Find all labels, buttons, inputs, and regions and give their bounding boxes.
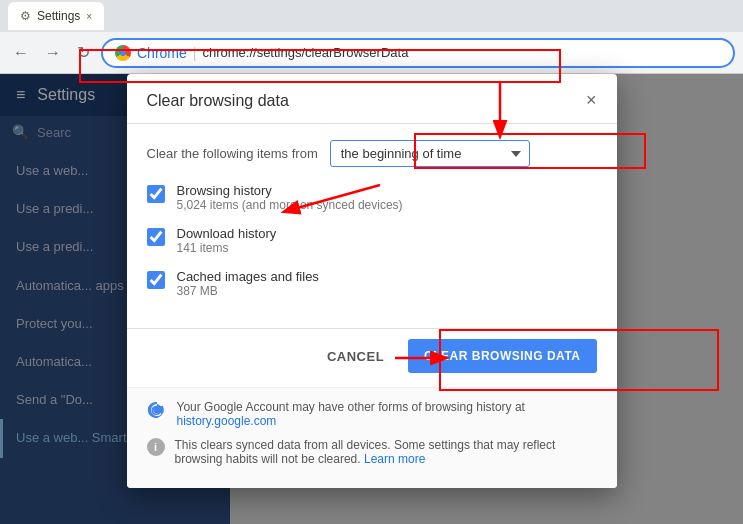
modal-info: G Your Google Account may have other for… (127, 387, 617, 488)
google-account-message: Your Google Account may have other forms… (177, 400, 525, 414)
chrome-logo-icon (115, 45, 131, 61)
address-separator: | (193, 45, 197, 61)
address-input-wrap[interactable]: Chrome | chrome://settings/clearBrowserD… (101, 38, 735, 68)
sync-info: i This clears synced data from all devic… (147, 438, 597, 466)
modal-footer: CANCEL CLEAR BROWSING DATA (127, 328, 617, 387)
cached-images-label: Cached images and files (177, 269, 319, 284)
time-range-label: Clear the following items from (147, 146, 318, 161)
address-bar: ← → ↻ Chrome | chrome://settings/clearBr… (0, 32, 743, 74)
download-history-item: Download history 141 items (147, 226, 597, 255)
download-history-label: Download history (177, 226, 277, 241)
browsing-history-text: Browsing history 5,024 items (and more o… (177, 183, 403, 212)
address-url: chrome://settings/clearBrowserData (202, 45, 408, 60)
download-history-sublabel: 141 items (177, 241, 277, 255)
google-icon: G (147, 400, 167, 420)
modal-title: Clear browsing data (147, 92, 289, 110)
clear-browsing-data-modal: Clear browsing data × Clear the followin… (127, 74, 617, 488)
url-suffix: /clearBrowserData (301, 45, 408, 60)
url-prefix: chrome:// (202, 45, 256, 60)
cached-images-text: Cached images and files 387 MB (177, 269, 319, 298)
cached-images-sublabel: 387 MB (177, 284, 319, 298)
forward-button[interactable]: → (40, 42, 66, 64)
modal-header: Clear browsing data × (127, 74, 617, 124)
settings-tab[interactable]: ⚙ Settings × (8, 2, 104, 30)
url-path: settings (257, 45, 302, 60)
browsing-history-label: Browsing history (177, 183, 403, 198)
google-account-text: Your Google Account may have other forms… (177, 400, 525, 428)
time-range-select[interactable]: the beginning of time the past hour the … (330, 140, 530, 167)
time-range-row: Clear the following items from the begin… (147, 140, 597, 167)
back-button[interactable]: ← (8, 42, 34, 64)
cached-images-checkbox-wrap[interactable] (147, 271, 165, 289)
download-history-checkbox[interactable] (147, 228, 165, 246)
svg-text:G: G (151, 403, 161, 418)
gear-icon: ⚙ (20, 9, 31, 23)
info-icon: i (147, 438, 165, 456)
download-history-checkbox-wrap[interactable] (147, 228, 165, 246)
modal-body: Clear the following items from the begin… (127, 124, 617, 328)
browsing-history-checkbox[interactable] (147, 185, 165, 203)
chrome-label: Chrome (137, 45, 187, 61)
refresh-button[interactable]: ↻ (72, 41, 95, 64)
sync-info-text: This clears synced data from all devices… (175, 438, 597, 466)
cached-images-checkbox[interactable] (147, 271, 165, 289)
browsing-history-checkbox-wrap[interactable] (147, 185, 165, 203)
modal-close-button[interactable]: × (586, 90, 597, 111)
browsing-history-sublabel: 5,024 items (and more on synced devices) (177, 198, 403, 212)
browsing-history-item: Browsing history 5,024 items (and more o… (147, 183, 597, 212)
tab-label: Settings (37, 9, 80, 23)
modal-overlay: Clear browsing data × Clear the followin… (0, 74, 743, 524)
title-bar: ⚙ Settings × (0, 0, 743, 32)
clear-browsing-data-button[interactable]: CLEAR BROWSING DATA (408, 339, 596, 373)
google-account-info: G Your Google Account may have other for… (147, 400, 597, 428)
tab-close-button[interactable]: × (86, 11, 92, 22)
history-google-link[interactable]: history.google.com (177, 414, 277, 428)
cached-images-item: Cached images and files 387 MB (147, 269, 597, 298)
cancel-button[interactable]: CANCEL (315, 341, 396, 372)
learn-more-link[interactable]: Learn more (364, 452, 425, 466)
download-history-text: Download history 141 items (177, 226, 277, 255)
